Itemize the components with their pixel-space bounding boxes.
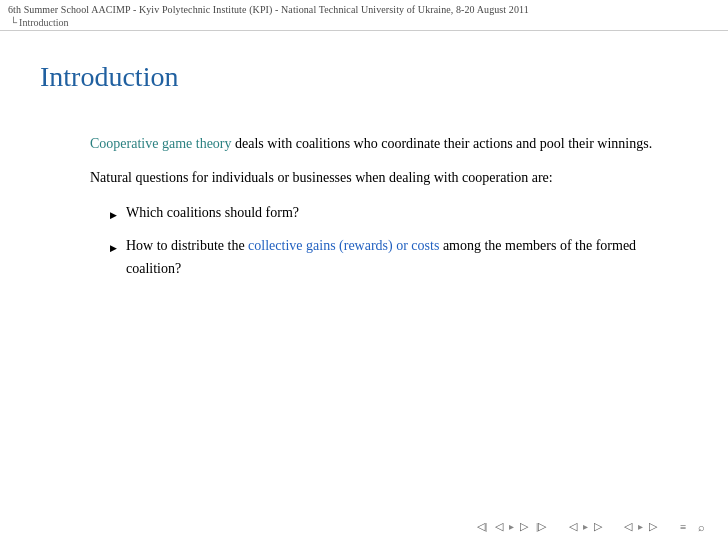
bullet-arrow-1	[110, 203, 126, 225]
paragraph-1-rest: deals with coalitions who coordinate the…	[232, 136, 653, 151]
header-title: 6th Summer School AACIMP - Kyiv Polytech…	[8, 4, 720, 15]
content-block: Cooperative game theory deals with coali…	[40, 133, 688, 280]
nav-separator-6	[667, 521, 670, 532]
nav-separator-1: ▸	[509, 521, 514, 532]
nav-btn-prev[interactable]: ◁	[492, 519, 506, 534]
nav-separator-2	[556, 521, 559, 532]
nav-separator-5: ▸	[638, 521, 643, 532]
main-content: Introduction Cooperative game theory dea…	[0, 31, 728, 310]
breadcrumb-label: Introduction	[19, 17, 68, 28]
nav-btn-sub-next[interactable]: ▷	[646, 519, 660, 534]
nav-separator-3: ▸	[583, 521, 588, 532]
bullet-item-1: Which coalitions should form?	[110, 202, 688, 225]
nav-btn-search[interactable]: ⌕	[695, 520, 708, 534]
bullet-2-part1: How to distribute the	[126, 238, 248, 253]
bullet-text-1: Which coalitions should form?	[126, 202, 688, 224]
nav-btn-sub-prev[interactable]: ◁	[621, 519, 635, 534]
highlight-cooperative-game-theory: Cooperative game theory	[90, 136, 232, 151]
paragraph-2: Natural questions for individuals or bus…	[90, 167, 688, 189]
nav-controls-section[interactable]: ◁ ▸ ▷	[566, 519, 605, 534]
nav-btn-prev-start[interactable]: ◁|	[474, 519, 490, 534]
paragraph-1: Cooperative game theory deals with coali…	[90, 133, 688, 155]
bullet-text-2: How to distribute the collective gains (…	[126, 235, 688, 280]
nav-controls[interactable]: ◁| ◁ ▸ ▷ |▷	[474, 519, 549, 534]
bullet-item-2: How to distribute the collective gains (…	[110, 235, 688, 280]
nav-controls-subsection[interactable]: ◁ ▸ ▷	[621, 519, 660, 534]
bullet-2-highlight: collective gains (rewards) or costs	[248, 238, 439, 253]
bullet-list: Which coalitions should form? How to dis…	[90, 202, 688, 280]
nav-btn-next-end[interactable]: |▷	[533, 519, 549, 534]
breadcrumb-arrow: └	[10, 17, 17, 28]
header: 6th Summer School AACIMP - Kyiv Polytech…	[0, 0, 728, 31]
section-title: Introduction	[40, 61, 688, 93]
nav-btn-sec-prev[interactable]: ◁	[566, 519, 580, 534]
bullet-arrow-2	[110, 236, 126, 258]
nav-btn-sec-next[interactable]: ▷	[591, 519, 605, 534]
nav-btn-next[interactable]: ▷	[517, 519, 531, 534]
nav-btn-menu[interactable]: ≡	[677, 520, 689, 534]
nav-separator-4	[612, 521, 615, 532]
breadcrumb: └Introduction	[8, 17, 720, 28]
footer-nav: ◁| ◁ ▸ ▷ |▷ ◁ ▸ ▷ ◁ ▸ ▷ ≡ ⌕	[474, 519, 708, 534]
